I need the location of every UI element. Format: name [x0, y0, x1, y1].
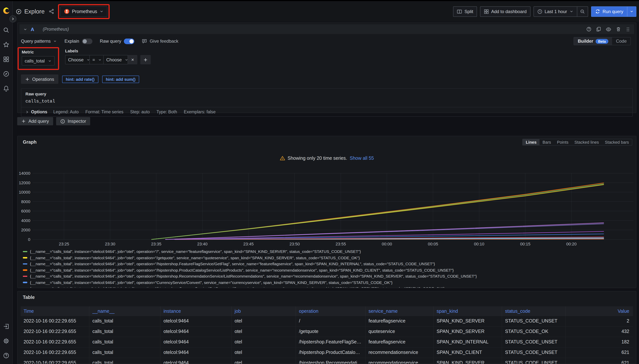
- operations-label: Operations: [32, 76, 54, 82]
- raw-query-value: calls_total: [26, 99, 628, 104]
- add-query-label: Add query: [28, 118, 49, 124]
- grafana-logo-icon[interactable]: [2, 7, 10, 16]
- legend-item[interactable]: {__name__="calls_total", instance="otelc…: [23, 248, 632, 254]
- table-column-header[interactable]: status_code: [502, 306, 566, 316]
- svg-text:23:35: 23:35: [151, 242, 162, 246]
- svg-text:23:30: 23:30: [105, 242, 115, 246]
- table-panel-title: Table: [23, 295, 34, 300]
- legend-label-text: {__name__="calls_total", instance="otelc…: [30, 280, 392, 285]
- delete-query-trash-icon[interactable]: [616, 26, 621, 32]
- chevron-down-icon: [48, 59, 52, 63]
- give-feedback-label: Give feedback: [150, 38, 178, 44]
- legend-color-swatch: [23, 263, 27, 264]
- sidebar-expand-button[interactable]: [9, 15, 16, 22]
- raw-query-toggle[interactable]: [124, 38, 134, 44]
- graph-panel: Graph LinesBarsPointsStacked linesStacke…: [17, 136, 636, 288]
- table-column-header[interactable]: __name__: [90, 306, 160, 316]
- sidebar-item-dashboards[interactable]: [3, 56, 9, 62]
- labels-field: Labels Choose =: [65, 49, 151, 64]
- explain-toggle-item: Explain: [64, 38, 92, 44]
- metric-select[interactable]: calls_total: [22, 56, 54, 66]
- table-column-header[interactable]: operation: [296, 306, 366, 316]
- give-feedback-button[interactable]: Give feedback: [142, 38, 178, 44]
- legend-item[interactable]: {__name__="calls_total", instance="otelc…: [23, 286, 632, 288]
- split-icon: [457, 9, 462, 14]
- add-query-button[interactable]: Add query: [17, 117, 53, 125]
- run-query-button[interactable]: Run query: [591, 6, 636, 17]
- table-cell: 2: [566, 316, 633, 326]
- apps-grid-icon: [3, 56, 9, 62]
- chevron-down-icon[interactable]: [23, 27, 27, 31]
- legend-item[interactable]: {__name__="calls_total", instance="otelc…: [23, 254, 632, 261]
- explore-title: Explore: [16, 8, 54, 15]
- table-column-header[interactable]: Value: [566, 306, 633, 316]
- hide-query-eye-icon[interactable]: [606, 26, 611, 32]
- sidebar-item-settings[interactable]: [3, 338, 9, 344]
- legend-item[interactable]: {__name__="calls_total", instance="otelc…: [23, 267, 632, 273]
- legend-item[interactable]: {__name__="calls_total", instance="otelc…: [23, 273, 632, 279]
- table-column-header[interactable]: instance: [160, 306, 232, 316]
- table-cell: STATUS_CODE_UNSET: [502, 337, 566, 347]
- svg-text:14000: 14000: [19, 171, 30, 176]
- sidebar-item-alerting[interactable]: [3, 85, 9, 92]
- legend-color-swatch: [23, 269, 27, 271]
- add-to-dashboard-button[interactable]: Add to dashboard: [480, 6, 530, 17]
- graph-mode-tabs: LinesBarsPointsStacked linesStacked bars: [522, 139, 632, 146]
- table-column-header[interactable]: job: [232, 306, 296, 316]
- results-table: Time__name__instancejoboperationservice_…: [20, 306, 633, 364]
- svg-text:23:55: 23:55: [336, 242, 346, 246]
- explore-content: A (Prometheus) Query patterns: [13, 22, 639, 364]
- query-hint-button-1[interactable]: hint: add sum(): [102, 76, 139, 83]
- drag-handle-icon[interactable]: [626, 27, 630, 32]
- table-cell: 2022-10-16 00:22:29.655: [20, 316, 90, 326]
- label-operator-select[interactable]: =: [90, 55, 104, 64]
- remove-label-filter-button[interactable]: ×: [128, 55, 137, 64]
- table-cell: otel: [232, 316, 296, 326]
- graph-mode-stacked-lines[interactable]: Stacked lines: [572, 139, 602, 145]
- options-collapse-toggle[interactable]: Options: [26, 110, 47, 114]
- table-cell: otelcol:9464: [160, 358, 232, 364]
- table-column-header[interactable]: Time: [20, 306, 90, 316]
- timeseries-chart[interactable]: 0200040006000800010000120001400023:2523:…: [18, 168, 636, 250]
- sidebar-item-sign-in[interactable]: [3, 323, 9, 330]
- table-row: 2022-10-16 00:22:29.655calls_totalotelco…: [20, 348, 633, 358]
- label-name-select[interactable]: Choose: [65, 55, 90, 64]
- zoom-out-button[interactable]: [577, 6, 588, 17]
- time-range-picker[interactable]: Last 1 hour: [533, 6, 577, 17]
- add-label-filter-button[interactable]: [140, 55, 151, 64]
- show-all-series-link[interactable]: Show all 55: [350, 156, 374, 161]
- datasource-picker[interactable]: Prometheus: [60, 6, 107, 17]
- builder-mode-tab[interactable]: Builder Beta: [574, 38, 612, 45]
- table-cell: /: [296, 316, 366, 326]
- sidebar-item-help[interactable]: [3, 352, 9, 359]
- chevron-down-icon: [569, 9, 573, 14]
- query-patterns-dropdown[interactable]: Query patterns: [21, 38, 57, 44]
- query-row-header[interactable]: A (Prometheus): [20, 24, 634, 34]
- table-column-header[interactable]: span_kind: [434, 306, 502, 316]
- explain-toggle[interactable]: [82, 38, 92, 44]
- sidebar-item-explore[interactable]: [3, 71, 9, 77]
- sidebar-item-search[interactable]: [3, 27, 9, 33]
- run-query-dropdown[interactable]: [627, 6, 636, 16]
- table-column-header[interactable]: service_name: [366, 306, 434, 316]
- duplicate-query-icon[interactable]: [596, 26, 601, 32]
- query-help-icon[interactable]: [586, 26, 592, 32]
- code-mode-tab[interactable]: Code: [612, 38, 630, 45]
- legend-item[interactable]: {__name__="calls_total", instance="otelc…: [23, 261, 632, 267]
- graph-mode-bars[interactable]: Bars: [540, 139, 554, 145]
- split-button[interactable]: Split: [453, 6, 477, 17]
- query-hint-button-0[interactable]: hint: add rate(): [62, 76, 98, 83]
- label-value-select[interactable]: Choose: [103, 55, 128, 64]
- graph-mode-stacked-bars[interactable]: Stacked bars: [602, 139, 632, 145]
- table-cell: featureflagservice: [366, 316, 434, 326]
- editor-mode-switch: Builder Beta Code: [574, 37, 631, 45]
- inspector-button[interactable]: Inspector: [56, 117, 90, 125]
- table-cell: otelcol:9464: [160, 348, 232, 358]
- sidebar-item-starred[interactable]: [3, 42, 9, 48]
- share-icon[interactable]: [49, 8, 54, 14]
- add-to-dashboard-label: Add to dashboard: [491, 9, 527, 14]
- graph-mode-points[interactable]: Points: [554, 139, 572, 145]
- graph-mode-lines[interactable]: Lines: [523, 139, 540, 145]
- legend-item[interactable]: {__name__="calls_total", instance="otelc…: [23, 279, 632, 286]
- add-operations-button[interactable]: Operations: [21, 74, 58, 84]
